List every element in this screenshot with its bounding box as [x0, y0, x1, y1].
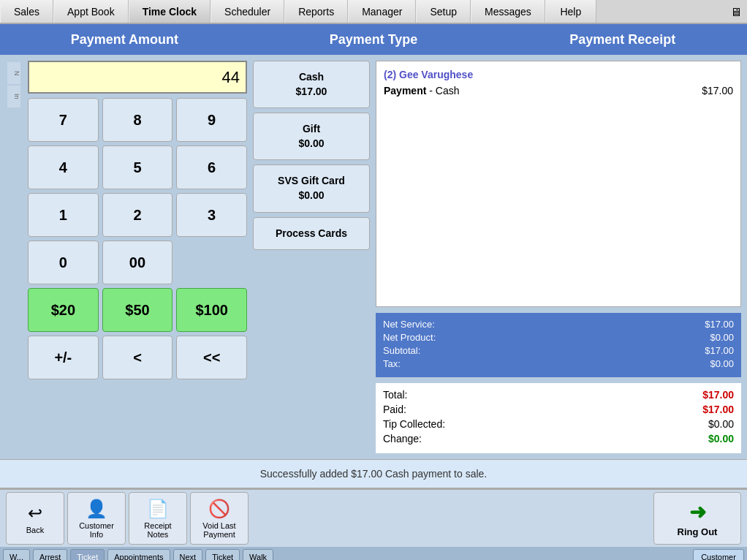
- quick-amount-20[interactable]: $20: [28, 288, 99, 332]
- paid-line: Paid: $17.00: [383, 404, 734, 415]
- tax-line: Tax: $0.00: [383, 358, 734, 369]
- back-icon: ↩: [28, 503, 42, 523]
- amount-display[interactable]: 44: [28, 61, 247, 94]
- payment-type-header: Payment Type: [249, 32, 498, 48]
- taskbar-customer[interactable]: Customer: [693, 549, 744, 560]
- payment-receipt-header: Payment Receipt: [498, 32, 747, 48]
- nav-tab-scheduler[interactable]: Scheduler: [211, 0, 284, 23]
- nav-tab-messages[interactable]: Messages: [471, 0, 545, 23]
- taskbar-item-next[interactable]: Next: [173, 549, 203, 560]
- nav-tab-setup[interactable]: Setup: [416, 0, 471, 23]
- taskbar-item-ticket2[interactable]: Ticket: [205, 549, 240, 560]
- taskbar: W... Arrest Ticket Appointments Next Tic…: [0, 547, 747, 560]
- btn-clear[interactable]: <<: [176, 336, 247, 379]
- quick-amount-50[interactable]: $50: [102, 288, 173, 332]
- receipt-customer-line: (2) Gee Varughese: [384, 69, 733, 83]
- num-btn-1[interactable]: 1: [28, 193, 99, 237]
- status-bar: Successfully added $17.00 Cash payment t…: [0, 459, 747, 488]
- side-label-in: In: [7, 86, 20, 107]
- receipt-payment-label: Payment - Cash: [384, 85, 460, 97]
- void-icon: 🚫: [208, 499, 230, 519]
- num-btn-6[interactable]: 6: [176, 145, 247, 189]
- taskbar-item-arrest[interactable]: Arrest: [33, 549, 67, 560]
- num-btn-8[interactable]: 8: [102, 98, 173, 142]
- window-controls: 🖥: [725, 0, 747, 24]
- num-btn-2[interactable]: 2: [102, 193, 173, 237]
- back-button[interactable]: ↩ Back: [6, 492, 64, 545]
- payment-header: Payment Amount Payment Type Payment Rece…: [0, 24, 747, 55]
- total-line: Total: $17.00: [383, 389, 734, 401]
- payment-type-process-cards[interactable]: Process Cards: [253, 217, 370, 251]
- ring-out-button[interactable]: ➜ Ring Out: [653, 492, 741, 545]
- nav-tab-appt-book[interactable]: Appt Book: [53, 0, 129, 23]
- num-btn-7[interactable]: 7: [28, 98, 99, 142]
- change-line: Change: $0.00: [383, 433, 734, 444]
- receipt-box: (2) Gee Varughese Payment - Cash $17.00: [376, 61, 741, 307]
- num-btn-3[interactable]: 3: [176, 193, 247, 237]
- taskbar-item-appointments[interactable]: Appointments: [107, 549, 170, 560]
- btn-plus-minus[interactable]: +/-: [28, 336, 99, 379]
- receipt-notes-button[interactable]: 📄 ReceiptNotes: [129, 492, 187, 545]
- payment-type-cash[interactable]: Cash$17.00: [253, 61, 370, 108]
- payment-types: Cash$17.00 Gift$0.00 SVS Gift Card$0.00 …: [253, 61, 370, 453]
- taskbar-item-w[interactable]: W...: [3, 549, 30, 560]
- nav-bar: Sales Appt Book Time Clock Scheduler Rep…: [0, 0, 747, 24]
- main-content: N In 44 7 8 9 4 5 6 1 2 3 0 00 $20 $: [0, 55, 747, 459]
- customer-icon: 👤: [86, 499, 107, 519]
- nav-tab-manager[interactable]: Manager: [348, 0, 416, 23]
- side-label-n: N: [7, 62, 20, 84]
- btn-backspace[interactable]: <: [102, 336, 173, 379]
- net-product-line: Net Product: $0.00: [383, 332, 734, 343]
- nav-tab-reports[interactable]: Reports: [284, 0, 348, 23]
- void-last-payment-button[interactable]: 🚫 Void LastPayment: [190, 492, 249, 545]
- receipt-area: (2) Gee Varughese Payment - Cash $17.00: [376, 61, 741, 453]
- receipt-customer-name: (2) Gee Varughese: [384, 69, 473, 80]
- num-btn-4[interactable]: 4: [28, 145, 99, 189]
- app-window: Sales Appt Book Time Clock Scheduler Rep…: [0, 0, 747, 560]
- taskbar-item-ticket[interactable]: Ticket: [70, 549, 105, 560]
- bottom-toolbar: ↩ Back 👤 CustomerInfo 📄 ReceiptNotes 🚫 V…: [0, 488, 747, 547]
- payment-type-gift[interactable]: Gift$0.00: [253, 113, 370, 160]
- taskbar-item-walk[interactable]: Walk: [243, 549, 273, 560]
- ring-out-icon: ➜: [689, 500, 706, 524]
- payment-amount-header: Payment Amount: [0, 32, 249, 48]
- nav-tab-help[interactable]: Help: [545, 0, 596, 23]
- num-btn-9[interactable]: 9: [176, 98, 247, 142]
- num-btn-0[interactable]: 0: [28, 241, 99, 284]
- receipt-totals: Net Service: $17.00 Net Product: $0.00 S…: [376, 313, 741, 377]
- numpad-area: 44 7 8 9 4 5 6 1 2 3 0 00 $20 $50 $100 +…: [28, 61, 247, 453]
- tip-line: Tip Collected: $0.00: [383, 418, 734, 430]
- receipt-notes-icon: 📄: [147, 499, 169, 519]
- receipt-payment-line: Payment - Cash $17.00: [384, 85, 733, 97]
- net-service-line: Net Service: $17.00: [383, 319, 734, 330]
- num-btn-5[interactable]: 5: [102, 145, 173, 189]
- receipt-final: Total: $17.00 Paid: $17.00 Tip Collected…: [376, 383, 741, 453]
- customer-info-button[interactable]: 👤 CustomerInfo: [67, 492, 126, 545]
- payment-type-svs-gift-card[interactable]: SVS Gift Card$0.00: [253, 164, 370, 212]
- numpad-grid: 7 8 9 4 5 6 1 2 3 0 00 $20 $50 $100 +/- …: [28, 98, 247, 379]
- nav-tab-sales[interactable]: Sales: [0, 0, 53, 23]
- side-panel: N In: [6, 61, 22, 453]
- subtotal-line: Subtotal: $17.00: [383, 345, 734, 356]
- quick-amount-100[interactable]: $100: [176, 288, 247, 332]
- status-message: Successfully added $17.00 Cash payment t…: [260, 468, 488, 480]
- nav-tab-time-clock[interactable]: Time Clock: [129, 0, 211, 23]
- window-icon: 🖥: [730, 6, 742, 19]
- num-btn-00[interactable]: 00: [102, 241, 173, 284]
